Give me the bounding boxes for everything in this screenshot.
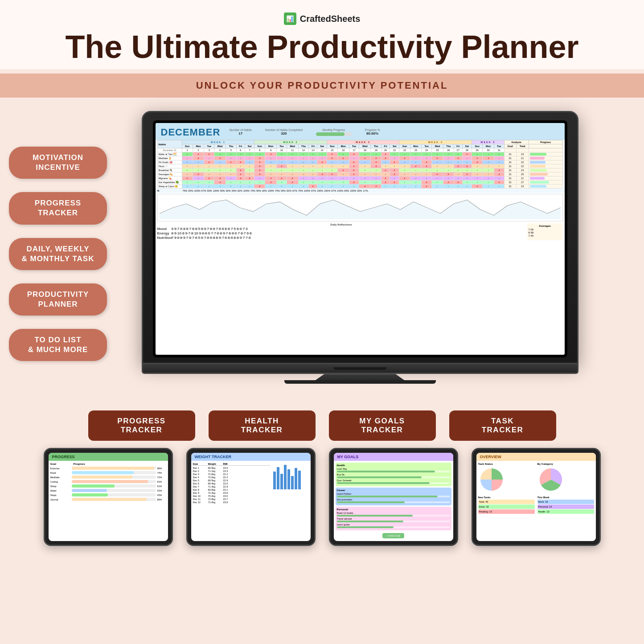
gt-category: PersonalRead 12 booksTravel abroadLearn … [336, 507, 451, 530]
gt-category: CareerLearn PythonGet promotion [336, 488, 451, 505]
wt-row: Dec 972.3kg23.8 [193, 492, 271, 494]
wt-card-header: WEIGHT TRACKER [191, 453, 311, 461]
pct-row: % 75%83%100%67%83%100%50% 92%50%92%100%7… [156, 189, 565, 193]
tt-pie-2: By Category [537, 463, 594, 493]
bar-8 [298, 471, 301, 489]
avg-energy: 8.58 [529, 231, 562, 234]
bar-3 [280, 474, 283, 489]
completed-stat: Number of Habits Completed 320 [265, 128, 303, 137]
ss-stats: Number of Habits 17 Number of Habits Com… [229, 128, 380, 137]
brand-icon: 📊 [284, 12, 296, 25]
chart-area [157, 194, 563, 222]
header-section: 📊 CraftedSheets The Ultimate Productivit… [0, 0, 644, 69]
laptop-foot [284, 380, 436, 384]
goals-card-screen: MY GOALS HealthLose 5kgRun 5kGym 3x/week… [334, 453, 453, 541]
laptop-notch [333, 367, 387, 370]
laptop-wrapper: DECEMBER Number of Habits 17 Number of H… [18, 111, 626, 384]
reflections-title: Daily Reflections [157, 223, 525, 226]
tt-stats-1: New Tasks Total: 45 Done: 32 Pending: 13 [478, 496, 535, 514]
pt-row: Steps43% [50, 493, 166, 496]
label-productivity: PRODUCTIVITYPLANNER [9, 283, 107, 316]
task-tracker-card: OVERVIEW Task Status [472, 448, 601, 546]
label-motivation: MOTIVATIONINCENTIVE [9, 147, 107, 179]
wt-row: Dec 473.0kg22.4 [193, 476, 271, 479]
gt-category: HealthLose 5kgRun 5kGym 3x/week [336, 463, 451, 486]
laptop-stand [316, 374, 405, 380]
tracker-label-progress: PROGRESSTRACKER [88, 410, 195, 441]
ss-header: DECEMBER Number of Habits 17 Number of H… [156, 123, 565, 140]
bottom-section: PROGRESSTRACKER HEALTHTRACKER MY GOALSTR… [0, 397, 644, 564]
bar-5 [287, 469, 290, 489]
screen-bezel: DECEMBER Number of Habits 17 Number of H… [153, 120, 567, 357]
mood-row: Mood 9·9·7·6·8·8·7·8·8·5·8·6·7·8·6·7·8·6… [157, 227, 525, 231]
label-progress: PROGRESSTRACKER [9, 192, 107, 224]
avg-nutrition: 7.45 [529, 234, 562, 237]
wt-data: Date Weight BMI Dec 169.9kg23.9Dec 271.1… [193, 463, 271, 504]
label-daily: DAILY, WEEKLY& MONTHLY TASK [9, 238, 107, 270]
main-content: MOTIVATIONINCENTIVE PROGRESSTRACKER DAIL… [0, 98, 644, 397]
gt-title: MY GOALS [337, 455, 359, 459]
pt-row: Meditate72% [50, 476, 166, 479]
wt-row: Dec 271.1kg23.3 [193, 470, 271, 472]
bar-7 [295, 468, 297, 489]
progress-pct-stat: Progress % 80.60% [365, 128, 380, 137]
wt-row: Dec 771.4kg22.9 [193, 485, 271, 488]
left-labels: MOTIVATIONINCENTIVE PROGRESSTRACKER DAIL… [9, 129, 107, 374]
avg-mood: 7.00 [529, 228, 562, 231]
wt-title: WEIGHT TRACKER [195, 455, 232, 459]
subtitle-text: UNLOCK YOUR PRODUCTIVITY POTENTIAL [196, 80, 448, 91]
wt-row: Dec 372.6kg22.2 [193, 473, 271, 476]
wt-row: Dec 568.5kg22.9 [193, 479, 271, 482]
gt-add-button[interactable]: + Add Goal [382, 533, 405, 538]
progress-card-screen: PROGRESS Goal Progress Exercise98%Read74… [49, 453, 168, 541]
pt-card-body: Goal Progress Exercise98%Read74%Meditate… [49, 461, 168, 504]
tracker-cards: PROGRESS Goal Progress Exercise98%Read74… [18, 448, 626, 546]
laptop-screen: DECEMBER Number of Habits 17 Number of H… [156, 123, 565, 355]
tracker-label-task: TASKTRACKER [449, 410, 556, 441]
wt-row: Dec 668.4kg22.6 [193, 482, 271, 485]
wt-table-section: Date Weight BMI Dec 169.9kg23.9Dec 271.1… [193, 463, 271, 504]
pie-chart-1 [478, 466, 505, 493]
wt-chart-section [273, 463, 309, 504]
gt-card-body: HealthLose 5kgRun 5kGym 3x/weekCareerLea… [334, 461, 453, 540]
wt-card-body: Date Weight BMI Dec 169.9kg23.9Dec 271.1… [191, 461, 311, 506]
gt-card-header: MY GOALS [334, 453, 453, 461]
wt-row: Dec 1172.8kg23.7 [193, 498, 271, 500]
ss-month: DECEMBER [161, 127, 221, 138]
laptop-base [142, 364, 578, 374]
laptop-body: DECEMBER Number of Habits 17 Number of H… [142, 111, 578, 364]
bar-1 [273, 472, 276, 489]
pt-rows: Exercise98%Read74%Meditate72%Coding91%Sl… [50, 467, 166, 501]
wt-row: Dec 869.6kg23.1 [193, 488, 271, 491]
subtitle-bar: UNLOCK YOUR PRODUCTIVITY POTENTIAL [0, 74, 644, 98]
gt-sections: HealthLose 5kgRun 5kGym 3x/weekCareerLea… [336, 463, 451, 530]
label-todo: TO DO LIST& MUCH MORE [9, 329, 107, 361]
tracker-label-health: HEALTHTRACKER [209, 410, 316, 441]
reflections-section: Daily Reflections Mood 9·9·7·6·8·8·7·8·8… [156, 222, 565, 241]
brand-name: CraftedSheets [300, 14, 361, 24]
progress-tracker-card: PROGRESS Goal Progress Exercise98%Read74… [44, 448, 173, 546]
tt-card-body: Task Status By Category [476, 461, 596, 516]
bar-2 [277, 467, 279, 489]
pt-title: PROGRESS [52, 455, 75, 459]
health-tracker-card: WEIGHT TRACKER Date Weight BMI Dec 169.9… [186, 448, 316, 546]
tt-pie-1: Task Status [478, 463, 535, 493]
gt-button-area: + Add Goal [336, 533, 451, 538]
tt-title: OVERVIEW [480, 455, 501, 459]
wt-rows: Dec 169.9kg23.9Dec 271.1kg23.3Dec 372.6k… [193, 467, 271, 504]
tracker-label-goals: MY GOALSTRACKER [329, 410, 436, 441]
task-card-screen: OVERVIEW Task Status [476, 453, 596, 541]
pt-row: Water42% [50, 489, 166, 492]
pt-row: Sleep51% [50, 484, 166, 488]
bar-4 [284, 465, 287, 489]
pt-row: Exercise98% [50, 467, 166, 470]
habits-stat: Number of Habits 17 [229, 128, 252, 137]
tracker-labels: PROGRESSTRACKER HEALTHTRACKER MY GOALSTR… [18, 410, 626, 441]
pt-row: Coding91% [50, 480, 166, 483]
energy-row: Energy 8·9·10·8·9·7·8·10·9·8·8·6·7·7·8·8… [157, 231, 525, 235]
bar-6 [291, 476, 294, 489]
health-card-screen: WEIGHT TRACKER Date Weight BMI Dec 169.9… [191, 453, 311, 541]
pie-chart-2 [537, 466, 564, 493]
pt-card-header: PROGRESS [49, 453, 168, 461]
averages-title: Averages [529, 225, 562, 227]
